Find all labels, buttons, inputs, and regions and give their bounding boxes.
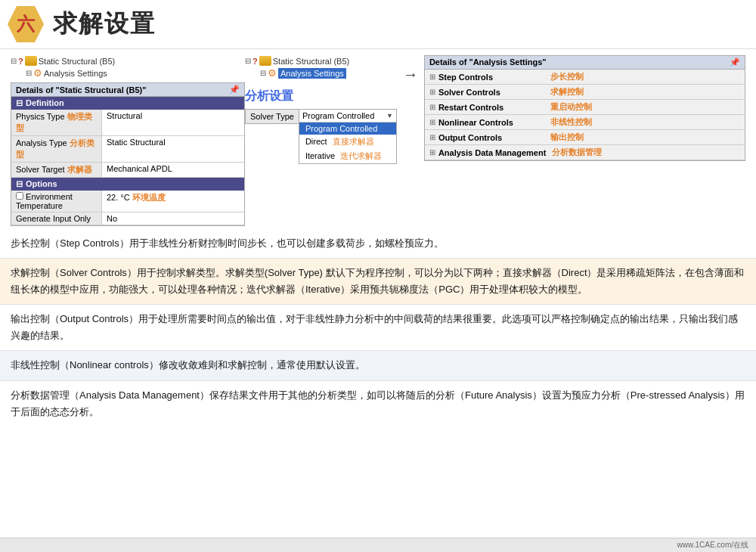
desc-4-text: 非线性控制（Nonlinear controls）修改收敛难则和求解控制，通常使… xyxy=(11,359,365,371)
section-options: ⊟Options xyxy=(11,178,244,191)
step-controls-cn: 步长控制 xyxy=(550,71,584,82)
details-pin-left[interactable]: 📌 xyxy=(229,85,240,95)
row-step-controls[interactable]: ⊞ Step Controls 步长控制 xyxy=(425,70,745,85)
right-diagram: ⊟ ? Static Structural (B5) ⊟ ⚙ Analysis … xyxy=(245,55,745,164)
middle-col: ⊟ ? Static Structural (B5) ⊟ ⚙ Analysis … xyxy=(245,55,397,164)
desc-4: 非线性控制（Nonlinear controls）修改收敛难则和求解控制，通常使… xyxy=(0,351,756,380)
tree-expand-right[interactable]: ⊟ xyxy=(245,57,251,65)
page-title: 求解设置 xyxy=(53,8,156,41)
tree-question-right: ? xyxy=(253,57,258,66)
solver-dropdown[interactable]: Program Controlled ▼ Program Controlled … xyxy=(299,109,397,164)
section-def-icon: ⊟ xyxy=(16,98,23,107)
restart-controls-label: Restart Controls xyxy=(438,103,544,112)
expand-solver-icon[interactable]: ⊞ xyxy=(429,88,435,96)
step-controls-label: Step Controls xyxy=(438,73,544,82)
arrow-connector: → xyxy=(403,66,418,83)
output-controls-label: Output Controls xyxy=(438,133,544,142)
analysis-icon-right: ⚙ xyxy=(268,67,277,79)
diagram-area: ⊟ ? Static Structural (B5) ⊟ ⚙ Analysis … xyxy=(0,49,756,229)
right-tree: ⊟ ? Static Structural (B5) ⊟ ⚙ Analysis … xyxy=(245,55,349,79)
analysis-details-table: Details of "Analysis Settings" 📌 ⊞ Step … xyxy=(424,55,745,161)
solver-option-iterative[interactable]: Iterative 迭代求解器 xyxy=(299,149,396,163)
expand-nonlinear-icon[interactable]: ⊞ xyxy=(429,118,435,126)
nonlinear-controls-label: Nonlinear Controls xyxy=(438,118,544,127)
analysis-icon-left: ⚙ xyxy=(33,67,42,79)
tree-child-expand-right[interactable]: ⊟ xyxy=(260,69,266,77)
desc-1-text: 步长控制（Step Controls）用于非线性分析财控制时间步长，也可以创建多… xyxy=(11,237,444,249)
tree-label-left: Static Structural (B5) xyxy=(39,57,115,66)
details-title-text-left: Details of "Static Structural (B5)" xyxy=(16,85,146,95)
analysis-details-title: Details of "Analysis Settings" 📌 xyxy=(425,56,745,70)
tree-question-left: ? xyxy=(18,57,23,66)
tree-label-right: Static Structural (B5) xyxy=(273,57,349,66)
row-physics-type: Physics Type 物理类型 Structural xyxy=(11,110,244,136)
row-analysis-type: Analysis Type 分析类型 Static Structural xyxy=(11,136,244,163)
solver-section: Solver Type Program Controlled ▼ Program… xyxy=(245,109,397,164)
analysis-details-panel: Details of "Analysis Settings" 📌 ⊞ Step … xyxy=(424,55,745,161)
solver-controls-cn: 求解控制 xyxy=(550,86,584,98)
expand-output-icon[interactable]: ⊞ xyxy=(429,133,435,141)
solver-controls-label: Solver Controls xyxy=(438,88,544,97)
expand-data-icon[interactable]: ⊞ xyxy=(429,148,435,157)
section-definition: ⊟Definition xyxy=(11,97,244,110)
expand-step-icon[interactable]: ⊞ xyxy=(429,73,435,81)
row-solver-controls[interactable]: ⊞ Solver Controls 求解控制 xyxy=(425,85,745,100)
footer: www.1CAE.com/在线 xyxy=(0,538,756,552)
dropdown-arrow-icon: ▼ xyxy=(386,112,393,119)
section-badge: 六 xyxy=(8,6,44,42)
analysis-annotation: 分析设置 xyxy=(245,88,293,104)
row-solver-target: Solver Target 求解器 Mechanical APDL xyxy=(11,163,244,178)
restart-controls-cn: 重启动控制 xyxy=(550,101,592,113)
data-mgmt-label: Analysis Data Management xyxy=(438,148,546,157)
left-diagram: ⊟ ? Static Structural (B5) ⊟ ⚙ Analysis … xyxy=(11,55,245,226)
tree-expand-left[interactable]: ⊟ xyxy=(11,57,17,65)
env-temp-checkbox[interactable] xyxy=(16,192,23,200)
nonlinear-controls-cn: 非线性控制 xyxy=(550,116,592,128)
desc-5-text: 分析数据管理（Analysis Data Management）保存结果文件用于… xyxy=(11,389,745,417)
desc-5: 分析数据管理（Analysis Data Management）保存结果文件用于… xyxy=(0,381,756,426)
analysis-details-pin: 📌 xyxy=(730,57,740,67)
row-generate-input: Generate Input Only No xyxy=(11,212,244,225)
desc-3-text: 输出控制（Output Controls）用于处理所需要时间点的输出值，对于非线… xyxy=(11,313,738,341)
tree-child-label-right[interactable]: Analysis Settings xyxy=(278,68,346,79)
desc-3: 输出控制（Output Controls）用于处理所需要时间点的输出值，对于非线… xyxy=(0,305,756,351)
row-data-mgmt[interactable]: ⊞ Analysis Data Management 分析数据管理 xyxy=(425,145,745,160)
footer-text: www.1CAE.com/在线 xyxy=(677,541,748,549)
solver-option-program[interactable]: Program Controlled xyxy=(299,122,396,135)
static-structural-details: Details of "Static Structural (B5)" 📌 ⊟D… xyxy=(11,82,245,226)
desc-2-text: 求解控制（Solver Controls）用于控制求解类型。求解类型(Solve… xyxy=(11,267,745,295)
desc-1: 步长控制（Step Controls）用于非线性分析财控制时间步长，也可以创建多… xyxy=(0,229,756,259)
solver-option-direct[interactable]: Direct 直接求解器 xyxy=(299,135,396,149)
solver-type-label: Solver Type xyxy=(245,109,299,124)
solver-dropdown-header[interactable]: Program Controlled ▼ xyxy=(299,110,396,122)
section-opt-icon: ⊟ xyxy=(16,179,23,188)
output-controls-cn: 输出控制 xyxy=(550,132,584,143)
folder-icon-right xyxy=(259,56,271,66)
row-env-temp: Environment Temperature 22. °C 环境温度 xyxy=(11,191,244,212)
row-output-controls[interactable]: ⊞ Output Controls 输出控制 xyxy=(425,130,745,145)
left-tree: ⊟ ? Static Structural (B5) ⊟ ⚙ Analysis … xyxy=(11,55,245,79)
row-nonlinear-controls[interactable]: ⊞ Nonlinear Controls 非线性控制 xyxy=(425,115,745,130)
solver-row: Solver Type Program Controlled ▼ Program… xyxy=(245,109,397,164)
page-header: 六 求解设置 xyxy=(0,0,756,49)
tree-child-expand-left[interactable]: ⊟ xyxy=(26,69,32,77)
row-restart-controls[interactable]: ⊞ Restart Controls 重启动控制 xyxy=(425,100,745,115)
expand-restart-icon[interactable]: ⊞ xyxy=(429,103,435,111)
analysis-details-title-text: Details of "Analysis Settings" xyxy=(429,57,547,67)
tree-child-label-left: Analysis Settings xyxy=(44,69,107,78)
details-title-bar-left: Details of "Static Structural (B5)" 📌 xyxy=(11,83,244,97)
desc-2: 求解控制（Solver Controls）用于控制求解类型。求解类型(Solve… xyxy=(0,259,756,305)
data-mgmt-cn: 分析数据管理 xyxy=(552,147,602,158)
solver-selected-value: Program Controlled xyxy=(302,111,374,120)
folder-icon-left xyxy=(25,56,37,66)
